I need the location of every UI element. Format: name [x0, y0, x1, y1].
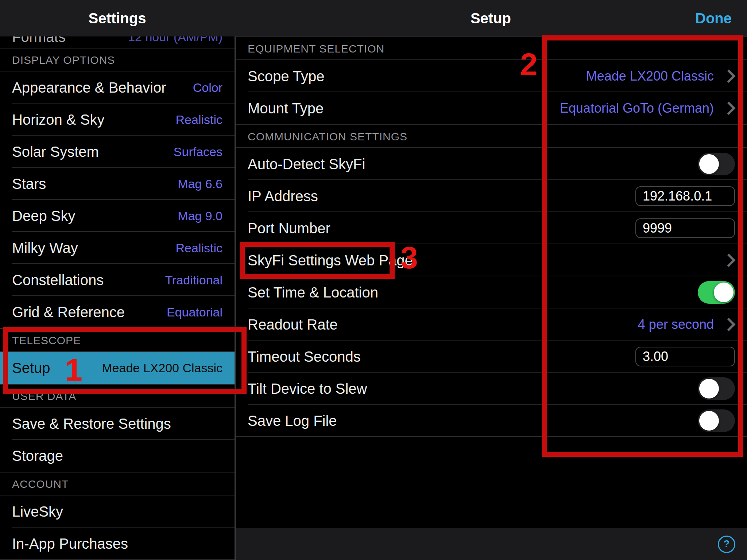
chevron-right-icon [722, 70, 736, 83]
section-header-label: EQUIPMENT SELECTION [248, 43, 384, 55]
set-time-and-location-toggle[interactable] [698, 281, 735, 304]
tilt-device-to-slew-toggle[interactable] [698, 377, 735, 400]
row-value: Meade LX200 Classic [102, 361, 222, 375]
row-label: Appearance & Behavior [12, 79, 166, 96]
sidebar-item-appearance-and-behavior[interactable]: Appearance & BehaviorColor [0, 71, 235, 104]
row-right-group: Surfaces [174, 145, 222, 159]
row-label: Timeout Seconds [248, 349, 361, 365]
row-label: SkyFi Settings Web Page [248, 252, 413, 269]
row-right-group: Mag 6.6 [178, 177, 222, 191]
row-right-group: Equatorial [167, 305, 222, 319]
row-value: Realistic [176, 241, 222, 255]
toggle-knob [714, 283, 734, 302]
sidebar-item-solar-system[interactable]: Solar SystemSurfaces [0, 136, 235, 168]
row-right-group [698, 281, 735, 304]
sidebar-item-formats[interactable]: Formats12 hour (AM/PM) [0, 36, 235, 48]
row-value: Equatorial GoTo (German) [560, 101, 714, 116]
chevron-right-icon [722, 318, 736, 331]
row-value: Equatorial [167, 305, 222, 319]
setup-row-auto-detect-skyfi[interactable]: Auto-Detect SkyFi [236, 148, 747, 180]
sidebar-item-constellations[interactable]: ConstellationsTraditional [0, 264, 235, 296]
sidebar-item-milky-way[interactable]: Milky WayRealistic [0, 232, 235, 264]
row-right-group: 192.168.0.1 [635, 186, 735, 206]
row-label: IP Address [248, 188, 318, 205]
sidebar-item-in-app-purchases[interactable]: In-App Purchases [0, 528, 235, 560]
row-right-group: Mag 9.0 [178, 209, 222, 223]
row-right-group: Traditional [165, 273, 222, 287]
row-value: Meade LX200 Classic [586, 69, 714, 84]
row-label: Set Time & Location [248, 284, 378, 301]
row-right-group: 4 per second [638, 317, 735, 332]
setup-row-port-number[interactable]: Port Number9999 [236, 212, 747, 244]
sidebar-item-save-and-restore-settings[interactable]: Save & Restore Settings [0, 408, 235, 440]
row-value: Color [193, 81, 222, 95]
row-value: Mag 6.6 [178, 177, 222, 191]
row-right-group: 9999 [635, 218, 735, 238]
panel-divider [235, 36, 236, 560]
row-label: In-App Purchases [12, 536, 128, 552]
row-right-group: Meade LX200 Classic [102, 361, 222, 375]
section-header-communication-settings: COMMUNICATION SETTINGS [236, 124, 747, 148]
section-header-display-options: DISPLAY OPTIONS [0, 48, 235, 71]
row-label: Readout Rate [248, 316, 338, 333]
row-value: Realistic [176, 113, 222, 127]
port-number-input[interactable]: 9999 [635, 218, 735, 238]
section-header-label: USER DATA [12, 390, 76, 402]
app-root: Settings Setup Done Formats12 hour (AM/P… [0, 0, 747, 560]
help-button[interactable]: ? [718, 536, 735, 553]
sidebar-item-horizon-and-sky[interactable]: Horizon & SkyRealistic [0, 104, 235, 136]
row-right-group: Color [193, 81, 222, 95]
sidebar-item-setup[interactable]: SetupMeade LX200 Classic [0, 352, 235, 384]
row-label: Port Number [248, 220, 330, 237]
setup-row-ip-address[interactable]: IP Address192.168.0.1 [236, 180, 747, 212]
setup-row-mount-type[interactable]: Mount TypeEquatorial GoTo (German) [236, 92, 747, 124]
row-label: Formats [12, 36, 66, 45]
sidebar-item-stars[interactable]: StarsMag 6.6 [0, 168, 235, 200]
row-label: Save & Restore Settings [12, 416, 171, 432]
setup-panel: EQUIPMENT SELECTIONScope TypeMeade LX200… [236, 36, 747, 560]
setup-row-save-log-file[interactable]: Save Log File [236, 405, 747, 437]
save-log-file-toggle[interactable] [698, 409, 735, 432]
row-right-group [724, 256, 735, 265]
setup-row-skyfi-settings-web-page[interactable]: SkyFi Settings Web Page [236, 244, 747, 276]
row-label: Save Log File [248, 413, 337, 429]
ip-address-input[interactable]: 192.168.0.1 [635, 186, 735, 206]
toggle-knob [699, 411, 719, 431]
row-right-group [698, 409, 735, 432]
section-header-equipment-selection: EQUIPMENT SELECTION [236, 36, 747, 60]
row-label: Solar System [12, 144, 99, 160]
section-header-telescope: TELESCOPE [0, 328, 235, 352]
sidebar-item-deep-sky[interactable]: Deep SkyMag 9.0 [0, 200, 235, 232]
setup-row-timeout-seconds[interactable]: Timeout Seconds3.00 [236, 341, 747, 373]
navigation-bar: Settings Setup Done [0, 0, 747, 36]
toggle-knob [699, 154, 719, 174]
sidebar-title: Settings [0, 0, 235, 36]
row-value: Mag 9.0 [178, 209, 222, 223]
setup-row-readout-rate[interactable]: Readout Rate4 per second [236, 308, 747, 341]
row-right-group: Realistic [176, 241, 222, 255]
sidebar-item-livesky[interactable]: LiveSky [0, 495, 235, 528]
row-value: Surfaces [174, 145, 222, 159]
row-label: Constellations [12, 272, 104, 288]
sidebar-item-grid-and-reference[interactable]: Grid & ReferenceEquatorial [0, 296, 235, 328]
sidebar-item-storage[interactable]: Storage [0, 440, 235, 472]
section-header-user-data: USER DATA [0, 384, 235, 408]
section-header-label: COMMUNICATION SETTINGS [248, 131, 407, 143]
row-value: 4 per second [638, 317, 714, 332]
row-value: Traditional [165, 273, 222, 287]
setup-row-set-time-and-location[interactable]: Set Time & Location [236, 276, 747, 308]
row-label: Auto-Detect SkyFi [248, 156, 365, 172]
section-header-account: ACCOUNT [0, 472, 235, 495]
timeout-seconds-input[interactable]: 3.00 [635, 347, 735, 366]
row-label: Stars [12, 176, 46, 192]
setup-row-scope-type[interactable]: Scope TypeMeade LX200 Classic [236, 60, 747, 92]
row-right-group [698, 153, 735, 175]
row-right-group: Realistic [176, 113, 222, 127]
setup-row-tilt-device-to-slew[interactable]: Tilt Device to Slew [236, 373, 747, 405]
row-right-group [698, 377, 735, 400]
partial-row-inner: Formats12 hour (AM/PM) [0, 36, 235, 46]
row-label: Horizon & Sky [12, 112, 104, 128]
done-button[interactable]: Done [695, 0, 732, 36]
chevron-right-icon [722, 102, 736, 115]
auto-detect-skyfi-toggle[interactable] [698, 153, 735, 175]
